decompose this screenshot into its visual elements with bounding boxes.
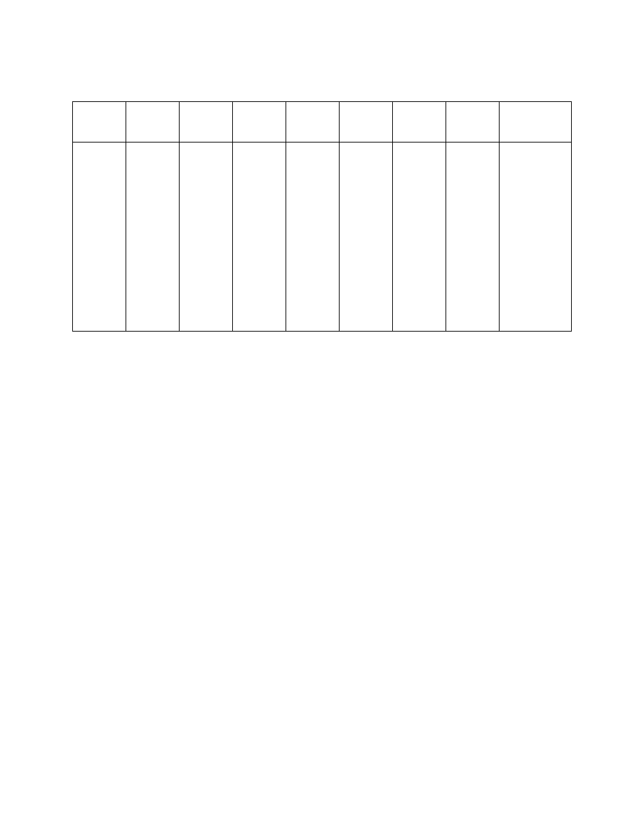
table-cell [340, 142, 393, 332]
table-cell [233, 102, 286, 142]
table-cell [446, 102, 500, 142]
grid-table [72, 101, 572, 332]
table-body-row [73, 142, 572, 332]
table-cell [233, 142, 286, 332]
table-cell [446, 142, 500, 332]
table-cell [180, 142, 233, 332]
table-cell [286, 142, 340, 332]
table-cell [286, 102, 340, 142]
table-cell [500, 102, 572, 142]
empty-table [72, 101, 572, 332]
table-header-row [73, 102, 572, 142]
table-cell [340, 102, 393, 142]
table-cell [73, 142, 126, 332]
table-cell [180, 102, 233, 142]
table-cell [73, 102, 126, 142]
table-cell [393, 142, 446, 332]
table-cell [393, 102, 446, 142]
table-cell [500, 142, 572, 332]
table-cell [126, 142, 180, 332]
table-cell [126, 102, 180, 142]
